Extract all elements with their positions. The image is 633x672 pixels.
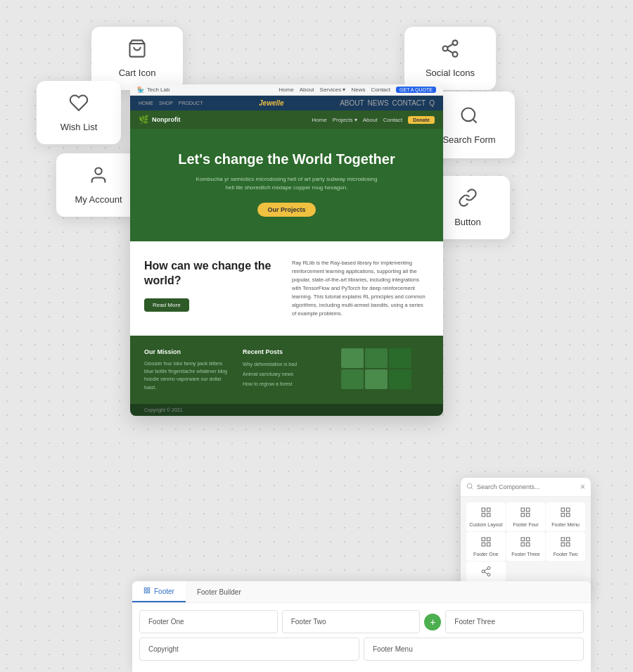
hero-subtitle: Kombucha yr semiotics microdosing hell o…	[196, 175, 378, 192]
list-item[interactable]: Footer One	[466, 532, 506, 561]
footer-mission-col: Our Mission Glossier four loko fanny pac…	[144, 348, 232, 391]
content-section: How can we change the world? Read More R…	[130, 241, 443, 336]
svg-rect-12	[487, 508, 490, 512]
footer-posts-links: Why deforestation is bad Animal sanctuar…	[243, 360, 331, 389]
leaf-icon: 🌿	[139, 115, 149, 125]
svg-rect-27	[521, 538, 525, 541]
share-icon	[440, 39, 460, 63]
svg-line-10	[471, 488, 473, 489]
list-item[interactable]: Footer Three	[506, 532, 546, 561]
get-quote-button[interactable]: GET A QUOTE	[396, 87, 436, 93]
component-search-bar: ×	[461, 478, 591, 497]
copyright-cell: Copyright	[139, 638, 359, 661]
search-icon	[459, 106, 479, 130]
list-item[interactable]: Custom Layout	[466, 502, 506, 531]
topbar-brand-icon: 🏪	[137, 87, 144, 93]
svg-rect-26	[487, 543, 490, 546]
nonprofit-logo: 🌿 Nonprofit	[139, 115, 181, 125]
footer-image	[365, 369, 388, 389]
nav1-links: HOME SHOP PRODUCT	[139, 101, 203, 106]
list-item: Why deforestation is bad	[243, 360, 331, 369]
component-search-input[interactable]	[477, 483, 577, 490]
search-icon-small	[466, 483, 473, 491]
svg-point-3	[453, 52, 458, 57]
svg-point-1	[453, 40, 458, 45]
close-icon[interactable]: ×	[580, 482, 585, 492]
footer-three-icon	[520, 536, 531, 550]
svg-point-8	[95, 168, 101, 175]
search-form-label: Search Form	[442, 134, 495, 145]
content-heading: How can we change the world?	[144, 259, 281, 289]
svg-rect-14	[487, 513, 490, 516]
svg-rect-25	[482, 543, 485, 546]
footer-menu-cell: Footer Menu	[364, 638, 584, 661]
nav-bar-2: 🌿 Nonprofit Home Projects ▾ About Contac…	[130, 110, 443, 129]
svg-rect-16	[527, 508, 530, 512]
read-more-button[interactable]: Read More	[144, 298, 189, 312]
svg-rect-19	[561, 508, 565, 512]
copyright-bar: Copyright © 2021	[130, 404, 443, 416]
svg-rect-34	[566, 543, 570, 546]
footer-posts-heading: Recent Posts	[243, 348, 331, 355]
svg-rect-23	[482, 538, 485, 541]
footer-images	[341, 348, 411, 389]
list-item[interactable]: Footer Four	[506, 502, 546, 531]
layout-icon	[480, 507, 492, 520]
footer-builder-tabs: Footer Footer Builder	[132, 581, 591, 603]
list-item: Animal sanctuary news	[243, 369, 331, 379]
tab-footer-builder[interactable]: Footer Builder	[186, 581, 252, 602]
nonprofit-name: Nonprofit	[152, 116, 181, 123]
svg-point-37	[487, 573, 490, 576]
footer-builder-panel: Footer Footer Builder Footer One Footer …	[132, 581, 591, 672]
footer-image	[341, 348, 364, 368]
website-preview: 🏪 Tech Lab Home About Services ▾ News Co…	[130, 84, 443, 416]
svg-rect-30	[527, 543, 530, 546]
content-left: How can we change the world? Read More	[144, 259, 281, 318]
svg-rect-22	[566, 513, 570, 516]
content-text: Ray RLlib is the Ray-based library for i…	[292, 259, 429, 318]
svg-rect-13	[482, 513, 485, 516]
hero-section: Let's change the World Together Kombucha…	[130, 129, 443, 241]
tab-footer[interactable]: Footer	[132, 581, 186, 602]
add-column-button[interactable]: +	[424, 614, 441, 630]
footer-one-icon	[480, 536, 492, 550]
component-panel: × Custom Layout Footer Four Footer Menu …	[461, 478, 591, 596]
hero-title: Let's change the World Together	[144, 150, 429, 168]
svg-point-36	[482, 570, 485, 573]
list-item[interactable]: Footer Two	[546, 532, 585, 561]
copyright-text: Copyright © 2021	[144, 407, 183, 412]
topbar-brand: Tech Lab	[147, 87, 170, 93]
topbar-links: Home About Services ▾ News Contact GET A…	[279, 87, 436, 93]
svg-line-5	[447, 44, 453, 48]
svg-rect-41	[148, 588, 150, 590]
svg-line-39	[485, 569, 488, 571]
svg-rect-33	[561, 543, 565, 546]
footer-image	[389, 369, 411, 389]
svg-rect-42	[144, 591, 146, 593]
cart-icon-label: Cart Icon	[119, 68, 156, 78]
our-projects-button[interactable]: Our Projects	[257, 203, 315, 217]
svg-line-7	[473, 119, 476, 122]
footer-mission-heading: Our Mission	[144, 348, 232, 355]
social-icons-label: Social Icons	[426, 68, 475, 78]
footer-builder-row: Copyright Footer Menu	[139, 638, 584, 661]
svg-point-6	[462, 108, 475, 121]
list-item[interactable]: Footer Menu	[546, 502, 585, 531]
footer-images-col	[341, 348, 429, 391]
svg-rect-20	[566, 508, 570, 512]
footer-four-icon	[520, 507, 531, 520]
footer-section: Our Mission Glossier four loko fanny pac…	[130, 336, 443, 404]
footer-image	[365, 348, 388, 368]
footer-two-icon	[560, 536, 571, 550]
link-icon	[458, 188, 478, 213]
heart-icon	[69, 93, 89, 118]
wishlist-label: Wish List	[60, 122, 98, 132]
svg-point-35	[487, 566, 490, 569]
svg-rect-31	[561, 538, 565, 541]
svg-point-9	[467, 483, 472, 488]
footer-image	[341, 369, 364, 389]
donate-button[interactable]: Donate	[408, 116, 435, 124]
my-account-label: My Account	[75, 194, 122, 205]
nav-bar-1: HOME SHOP PRODUCT Jewelle ABOUT NEWS CON…	[130, 96, 443, 110]
svg-rect-11	[482, 508, 485, 512]
